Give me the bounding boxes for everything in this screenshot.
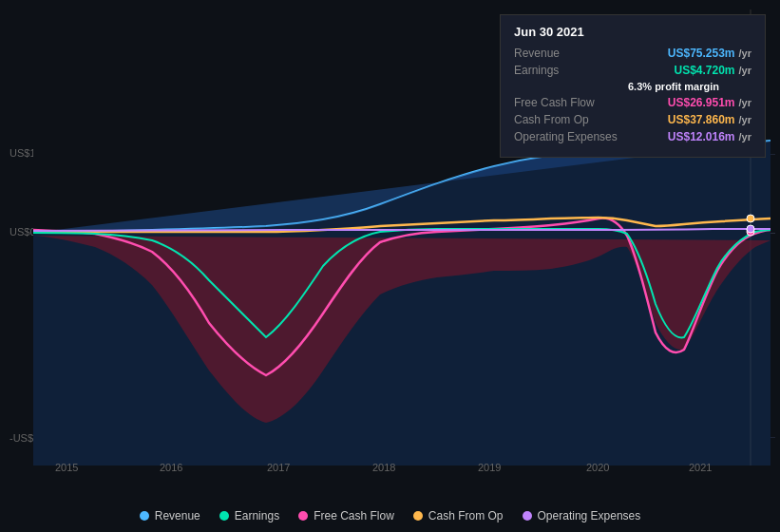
legend-dot-earnings [219,511,229,521]
legend-label-revenue: Revenue [155,509,200,522]
legend-dot-opex [523,511,532,521]
tooltip-date: Jun 30 2021 [514,25,751,39]
legend-label-fcf: Free Cash Flow [314,509,394,522]
x-label-2018: 2018 [372,462,395,473]
legend-label-earnings: Earnings [235,509,279,522]
x-label-2015: 2015 [55,462,78,473]
tooltip-cashfromop-label: Cash From Op [514,113,628,126]
legend-item-revenue: Revenue [140,509,200,522]
x-label-2021: 2021 [689,462,712,473]
tooltip-earnings-value: US$4.720m/yr [674,64,751,77]
x-label-2016: 2016 [160,462,182,473]
tooltip-opex-label: Operating Expenses [514,130,628,143]
tooltip-fcf-row: Free Cash Flow US$26.951m/yr [514,96,751,109]
tooltip-fcf-label: Free Cash Flow [514,96,628,109]
legend-item-fcf: Free Cash Flow [298,509,394,522]
x-label-2020: 2020 [586,462,609,473]
legend-dot-fcf [298,511,308,521]
legend-dot-cashfromop [413,511,423,521]
tooltip-revenue-value: US$75.253m/yr [668,47,751,60]
tooltip-box: Jun 30 2021 Revenue US$75.253m/yr Earnin… [500,14,766,158]
hover-dot-cashfromop [747,215,754,222]
hover-dot-opex [747,225,754,233]
profit-margin-row: 6.3% profit margin [514,81,751,92]
tooltip-revenue-row: Revenue US$75.253m/yr [514,47,751,60]
x-label-2019: 2019 [478,462,501,473]
legend-dot-revenue [140,511,149,521]
tooltip-cashfromop-row: Cash From Op US$37.860m/yr [514,113,751,126]
chart-container: Jun 30 2021 Revenue US$75.253m/yr Earnin… [0,0,780,532]
tooltip-revenue-label: Revenue [514,47,628,60]
tooltip-fcf-value: US$26.951m/yr [668,96,751,109]
legend-item-earnings: Earnings [219,509,279,522]
tooltip-opex-row: Operating Expenses US$12.016m/yr [514,130,751,143]
x-label-2017: 2017 [267,462,290,473]
tooltip-cashfromop-value: US$37.860m/yr [668,113,751,126]
chart-legend: Revenue Earnings Free Cash Flow Cash Fro… [0,509,780,522]
legend-item-cashfromop: Cash From Op [413,509,504,522]
legend-item-opex: Operating Expenses [523,509,641,522]
tooltip-earnings-label: Earnings [514,64,628,77]
legend-label-cashfromop: Cash From Op [428,509,504,522]
legend-label-opex: Operating Expenses [538,509,641,522]
tooltip-opex-value: US$12.016m/yr [668,130,751,143]
tooltip-earnings-row: Earnings US$4.720m/yr [514,64,751,77]
